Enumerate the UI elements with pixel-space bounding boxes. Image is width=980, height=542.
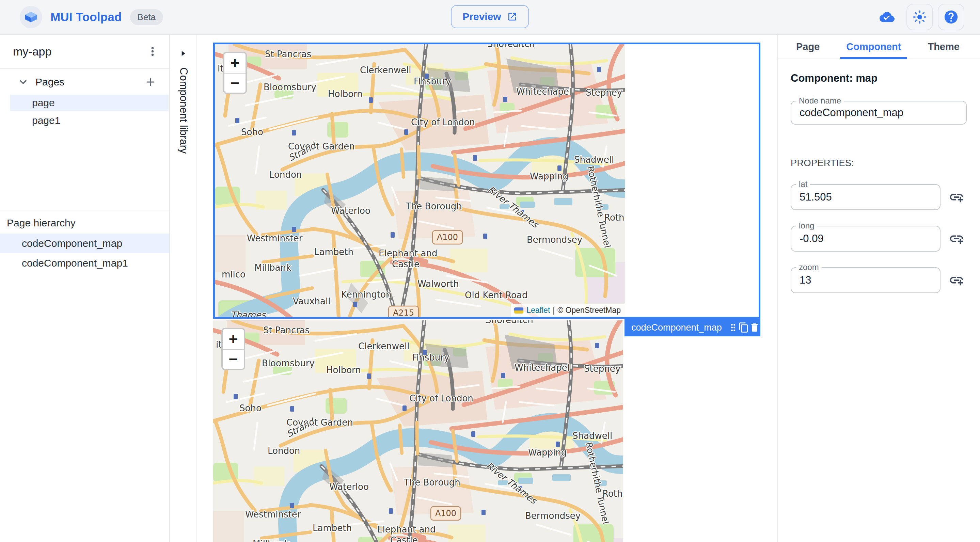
light-mode-icon (913, 10, 927, 24)
ukraine-flag-icon (514, 307, 523, 313)
node-name-label: Node name (796, 96, 844, 105)
sidebar-item-page1[interactable]: page1 (10, 112, 169, 129)
sidebar-item-page[interactable]: page (10, 95, 169, 111)
copy-icon[interactable] (738, 320, 749, 335)
pages-section-label: Pages (35, 76, 64, 88)
app-name: my-app (13, 45, 51, 58)
long-field[interactable]: long -0.09 (791, 226, 940, 251)
leaflet-map[interactable]: + − Leaflet | © OpenStreetMap (215, 44, 625, 317)
component-heading: Component: map (791, 72, 967, 84)
zoom-in-button[interactable]: + (223, 329, 244, 349)
attribution-separator: | (553, 306, 555, 315)
open-in-new-icon (508, 11, 518, 22)
beta-badge: Beta (130, 9, 164, 25)
theme-toggle-button[interactable] (907, 4, 933, 30)
hierarchy-item-codeComponent_map[interactable]: codeComponent_map (0, 234, 169, 253)
drag-indicator-icon[interactable] (728, 320, 738, 335)
page-hierarchy-title: Page hierarchy (7, 217, 169, 229)
bind-zoom-button[interactable] (949, 272, 964, 288)
page-item-label: page1 (32, 115, 60, 126)
tab-label: Theme (928, 41, 959, 52)
properties-title: PROPERTIES: (791, 158, 967, 168)
map-zoom-control: + − (221, 328, 245, 370)
help-button[interactable] (938, 4, 964, 30)
zoom-out-button[interactable]: − (223, 349, 244, 369)
lat-value: 51.505 (800, 191, 832, 203)
tab-component[interactable]: Component (843, 35, 904, 59)
lat-label: lat (796, 180, 810, 189)
map-component-1[interactable]: + − (213, 320, 623, 542)
hierarchy-item-codeComponent_map1[interactable]: codeComponent_map1 (0, 253, 169, 273)
map-component-selected[interactable]: + − Leaflet | © OpenStreetMap (213, 43, 760, 319)
inspector-panel: Page Component Theme Component: map Node… (777, 35, 980, 542)
hierarchy-item-label: codeComponent_map (22, 238, 122, 249)
tab-page[interactable]: Page (794, 35, 822, 59)
explorer-sidebar: my-app Pages page page1 Page hierarchy (0, 35, 170, 542)
pages-section-header: Pages (0, 71, 169, 93)
app-header: MUI Toolpad Beta Preview (0, 0, 980, 35)
map-zoom-control: + − (223, 52, 247, 94)
selection-toolbar: codeComponent_map (625, 319, 760, 336)
help-icon (943, 9, 959, 25)
selected-component-name: codeComponent_map (631, 323, 722, 333)
preview-button[interactable]: Preview (451, 5, 529, 28)
cloud-done-icon (872, 4, 902, 30)
component-library-strip: Component library (170, 35, 197, 542)
long-value: -0.09 (800, 232, 824, 245)
app-title: MUI Toolpad (50, 10, 122, 24)
property-row-long: long -0.09 (791, 226, 967, 251)
delete-icon[interactable] (749, 320, 760, 335)
add-page-button[interactable] (142, 73, 159, 91)
zoom-in-button[interactable]: + (224, 53, 245, 73)
page-hierarchy-section: Page hierarchy codeComponent_map codeCom… (0, 210, 169, 273)
tab-label: Page (796, 41, 819, 52)
inspector-tabs: Page Component Theme (778, 35, 980, 59)
map-attribution: Leaflet | © OpenStreetMap (511, 304, 625, 317)
node-name-field[interactable]: Node name codeComponent_map (791, 101, 967, 125)
mui-logo-icon[interactable] (20, 6, 42, 28)
lat-field[interactable]: lat 51.505 (791, 184, 940, 210)
hierarchy-item-label: codeComponent_map1 (22, 257, 128, 269)
osm-attribution: © OpenStreetMap (557, 306, 621, 315)
component-panel: Component: map Node name codeComponent_m… (778, 72, 980, 293)
editor-canvas: + − Leaflet | © OpenStreetMap codeCompon… (198, 35, 777, 542)
app-row: my-app (0, 35, 169, 69)
long-label: long (796, 221, 817, 230)
preview-button-label: Preview (462, 11, 501, 22)
mui-toolpad-app: MUI Toolpad Beta Preview (0, 0, 980, 542)
property-row-zoom: zoom 13 (791, 267, 967, 293)
zoom-field[interactable]: zoom 13 (791, 267, 940, 293)
property-row-lat: lat 51.505 (791, 184, 967, 210)
component-library-label: Component library (177, 67, 190, 154)
tab-label: Component (846, 41, 901, 52)
zoom-value: 13 (800, 274, 811, 286)
bind-lat-button[interactable] (949, 189, 964, 205)
app-menu-button[interactable] (144, 43, 161, 60)
chevron-down-icon[interactable] (18, 76, 29, 87)
page-item-label: page (32, 97, 55, 109)
zoom-label: zoom (796, 262, 822, 272)
header-actions (872, 0, 964, 34)
expand-library-icon[interactable] (179, 49, 188, 59)
node-name-value: codeComponent_map (800, 106, 904, 119)
zoom-out-button[interactable]: − (224, 73, 245, 92)
bind-long-button[interactable] (949, 231, 964, 246)
tab-theme[interactable]: Theme (925, 35, 962, 59)
leaflet-link[interactable]: Leaflet (527, 306, 550, 315)
